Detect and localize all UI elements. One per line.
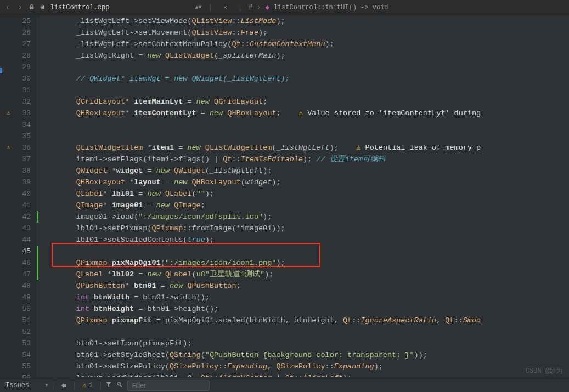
file-icon: 🗎 (40, 4, 46, 11)
filter-input[interactable] (127, 380, 210, 391)
line-number[interactable]: 31 (5, 84, 36, 96)
code-line[interactable]: QWidget *widget = new QWidget(_listWgtLe… (41, 165, 569, 177)
line-number[interactable]: 32 (5, 96, 36, 107)
code-line[interactable]: QPixmap pixMapOgi01(":/images/icon/icon1… (41, 257, 569, 269)
line-number[interactable]: 30 (5, 73, 36, 84)
member-icon: ◆ (266, 3, 269, 12)
top-toolbar: ‹ › 🔒︎ 🗎 listControl.cpp ▲▼ | ✕ | # › ◆ … (0, 0, 569, 15)
line-number-gutter[interactable]: 2526272829303132333435363738394041424344… (5, 15, 36, 377)
line-number[interactable]: 50 (5, 303, 36, 315)
issues-tab[interactable]: Issues (5, 382, 40, 389)
line-number[interactable]: 47 (5, 269, 36, 280)
line-number[interactable]: 54 (5, 349, 36, 361)
toolbar-separator: | (236, 4, 244, 12)
line-number[interactable]: 51 (5, 315, 36, 326)
line-number[interactable]: 43 (5, 223, 36, 234)
line-number[interactable]: 55 (5, 361, 36, 372)
bottom-status-bar: Issues ▾ ⚠ 1 🔍︎ (0, 378, 569, 392)
code-line[interactable]: item1->setFlags(item1->flags() | Qt::Ite… (41, 154, 569, 165)
breadcrumb-arrow-icon: › (257, 4, 261, 12)
code-line[interactable]: QLabel *lbl02 = new QLabel(u8"卫星轨道1测试"); (41, 269, 569, 280)
code-line[interactable]: QListWidgetItem *item1 = new QListWidget… (41, 142, 569, 154)
code-line[interactable]: lbl01->setPixmap(QPixmap::fromImage(*ima… (41, 223, 569, 234)
watermark: CSDN @妙为 (526, 366, 562, 376)
code-content[interactable]: _listWgtLeft->setViewMode(QListView::Lis… (36, 15, 569, 377)
warning-count-value: 1 (89, 382, 93, 389)
code-line[interactable] (41, 246, 569, 257)
function-breadcrumb[interactable]: listControl::initUI() -> void (274, 4, 388, 12)
line-number[interactable]: 38 (5, 165, 36, 177)
line-number[interactable]: 28 (5, 50, 36, 61)
line-number[interactable]: 34 (5, 119, 36, 130)
code-line[interactable]: btn01->setIcon(pixmapFit); (41, 338, 569, 349)
code-line[interactable] (41, 130, 569, 142)
line-number[interactable]: 29 (5, 61, 36, 73)
fold-column (0, 15, 5, 377)
warning-icon: ⚠ (82, 381, 86, 389)
combo-arrow-icon[interactable]: ▲▼ (195, 4, 201, 10)
line-number[interactable]: 37 (5, 154, 36, 165)
search-icon: 🔍︎ (116, 381, 123, 389)
line-number[interactable]: 41 (5, 200, 36, 211)
toolbar-separator: | (206, 4, 214, 12)
line-number[interactable]: 26 (5, 27, 36, 38)
code-line[interactable]: QHBoxLayout *layout = new QHBoxLayout(wi… (41, 177, 569, 188)
code-line[interactable]: _listWgtLeft->setContextMenuPolicy(Qt::C… (41, 38, 569, 50)
code-editor[interactable]: 2526272829303132333435363738394041424344… (0, 15, 569, 377)
code-line[interactable]: lbl01->setScaledContents(true); (41, 234, 569, 246)
code-line[interactable]: QImage* image01 = new QImage; (41, 200, 569, 211)
line-number[interactable]: 36 (5, 142, 36, 154)
lock-icon[interactable]: 🔒︎ (29, 3, 35, 12)
code-line[interactable] (41, 326, 569, 338)
code-line[interactable]: QLabel* lbl01 = new QLabel(""); (41, 188, 569, 200)
code-line[interactable]: _listWgtLeft->setViewMode(QListView::Lis… (41, 15, 569, 27)
nav-forward-icon[interactable]: › (16, 4, 24, 12)
line-number[interactable]: 35 (5, 130, 36, 142)
code-line[interactable] (41, 61, 569, 73)
code-line[interactable]: _listWgtRight = new QListWidget(_splitte… (41, 50, 569, 61)
code-line[interactable]: // QWidget* itemWgt = new QWidget(_listW… (41, 73, 569, 84)
close-icon[interactable]: ✕ (219, 3, 232, 12)
code-line[interactable]: btn01->setStyleSheet(QString("QPushButto… (41, 349, 569, 361)
line-number[interactable]: 49 (5, 292, 36, 303)
line-number[interactable]: 25 (5, 15, 36, 27)
line-number[interactable]: 52 (5, 326, 36, 338)
code-line[interactable]: btn01->setSizePolicy(QSizePolicy::Expand… (41, 361, 569, 372)
line-number[interactable]: 40 (5, 188, 36, 200)
code-line[interactable]: layout->addWidget(lbl01. 0. Qt::AlignVCe… (41, 372, 569, 377)
chevron-down-icon[interactable]: ▾ (44, 381, 48, 389)
code-line[interactable]: int btnHeight = btn01->height(); (41, 303, 569, 315)
file-name[interactable]: listControl.cpp (50, 4, 109, 12)
code-line[interactable]: int btnWidth = btn01->width(); (41, 292, 569, 303)
code-line[interactable]: image01->load(":/images/icon/pdfsplit.ic… (41, 211, 569, 223)
line-number[interactable]: 44 (5, 234, 36, 246)
filter-icon[interactable] (105, 381, 112, 390)
code-line[interactable] (41, 84, 569, 96)
code-line[interactable]: QGridLayout* itemMainLyt = new QGridLayo… (41, 96, 569, 107)
code-line[interactable] (41, 119, 569, 130)
line-number[interactable]: 42 (5, 211, 36, 223)
line-number[interactable]: 39 (5, 177, 36, 188)
nav-back-icon[interactable]: ‹ (3, 4, 12, 12)
line-number[interactable]: 33 (5, 107, 36, 119)
code-line[interactable]: QPixmap pixmapFit = pixMapOgi01.scaled(b… (41, 315, 569, 326)
line-number[interactable]: 53 (5, 338, 36, 349)
line-number[interactable]: 27 (5, 38, 36, 50)
locate-icon[interactable] (58, 380, 70, 391)
line-number[interactable]: 48 (5, 280, 36, 292)
code-line[interactable]: QHBoxLayout* itemContentLyt = new QHBoxL… (41, 107, 569, 119)
code-line[interactable]: QPushButton* btn01 = new QPushButton; (41, 280, 569, 292)
line-number[interactable]: 45 (5, 246, 36, 257)
warning-count[interactable]: ⚠ 1 (79, 381, 95, 389)
line-number[interactable]: 46 (5, 257, 36, 269)
hash-icon: # (249, 4, 252, 12)
code-line[interactable]: _listWgtLeft->setMovement(QListView::Fre… (41, 27, 569, 38)
